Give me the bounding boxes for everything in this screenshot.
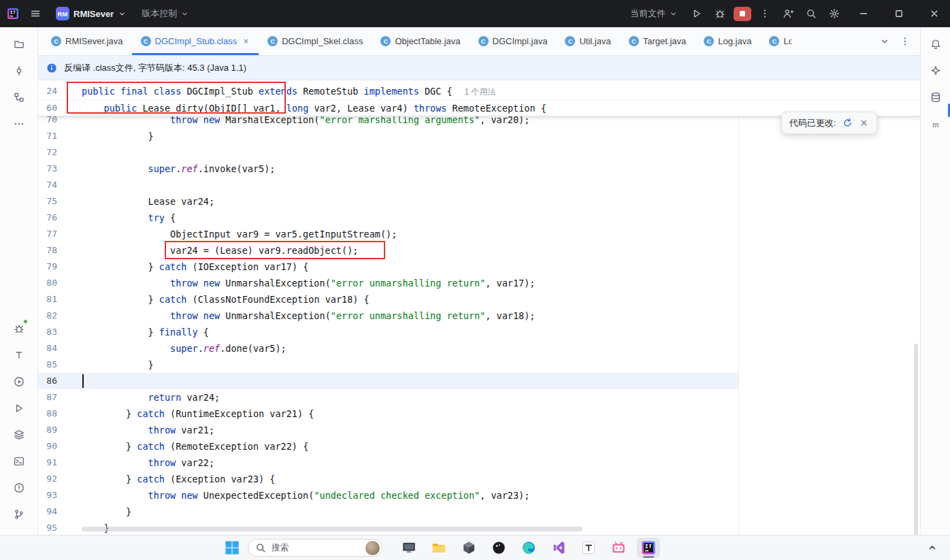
more-run-actions-button[interactable]: [755, 4, 774, 23]
intellij-idea-taskbar-button[interactable]: [637, 538, 660, 558]
code-line-24[interactable]: 24public final class DGCImpl_Stub extend…: [38, 83, 920, 99]
cube-app-taskbar-button[interactable]: [457, 538, 480, 558]
reload-classes-icon[interactable]: [842, 118, 853, 128]
usages-hint[interactable]: 1 个用法: [465, 87, 496, 97]
ball-app-taskbar-button[interactable]: [487, 538, 510, 558]
structure-button[interactable]: [7, 86, 31, 109]
code-line-76[interactable]: 76 try {: [38, 210, 920, 226]
horizontal-scrollbar[interactable]: [82, 527, 583, 531]
code-line-83[interactable]: 83 } finally {: [38, 324, 920, 340]
java-class-icon: C: [380, 36, 391, 46]
code-line-77[interactable]: 77 ObjectInput var9 = var5.getInputStrea…: [38, 226, 920, 242]
popup-label: 代码已更改:: [789, 117, 836, 129]
code-line-88[interactable]: 88 } catch (RuntimeException var21) {: [38, 406, 920, 422]
code-with-me-button[interactable]: [779, 4, 798, 23]
main-content: CRMISever.javaCDGCImpl_Stub.classCDGCImp…: [38, 27, 920, 535]
edge-browser-taskbar-button[interactable]: [517, 538, 540, 558]
line-number: 84: [38, 340, 57, 357]
services-button[interactable]: [7, 370, 31, 393]
code-line-78[interactable]: 78 var24 = (Lease) var9.readObject();: [38, 242, 920, 259]
decompile-banner: 反编译 .class文件, 字节码版本: 45.3 (Java 1.1): [38, 56, 920, 80]
code-line-82[interactable]: 82 throw new UnmarshalException("error u…: [38, 308, 920, 324]
version-control-button[interactable]: [7, 503, 31, 526]
line-number: 95: [38, 520, 57, 535]
code-line-81[interactable]: 81 } catch (ClassNotFoundException var18…: [38, 291, 920, 308]
code-line-86[interactable]: 86: [38, 373, 920, 389]
todo-button[interactable]: [7, 344, 31, 367]
tab-dgcimpl-java[interactable]: CDGCImpl.java: [470, 27, 557, 55]
java-class-icon: C: [769, 36, 779, 46]
notifications-button[interactable]: [924, 33, 947, 56]
tray-expand-button[interactable]: [927, 536, 938, 560]
tab-rmisever-java[interactable]: CRMISever.java: [42, 27, 132, 55]
tab-lo[interactable]: CLo: [760, 27, 791, 55]
close-button[interactable]: [919, 0, 950, 27]
tab-options-icon[interactable]: [900, 36, 911, 47]
line-text: } catch (IOException var17) {: [82, 259, 308, 275]
minimize-button[interactable]: [848, 0, 879, 27]
hidden-tabs-icon[interactable]: [879, 36, 890, 47]
code-line-74[interactable]: 74: [38, 177, 920, 193]
database-button[interactable]: [924, 86, 947, 109]
tab-dgcimpl-skel-class[interactable]: CDGCImpl_Skel.class: [259, 27, 372, 55]
vertical-scrollbar[interactable]: [914, 344, 918, 535]
code-line-84[interactable]: 84 super.ref.done(var5);: [38, 340, 920, 357]
run-config-selector[interactable]: 当前文件: [625, 5, 683, 22]
line-text: super.ref.done(var5);: [82, 340, 286, 357]
run-button[interactable]: [7, 397, 31, 420]
vcs-widget[interactable]: 版本控制: [137, 5, 193, 22]
system-app-taskbar-button[interactable]: [397, 538, 421, 558]
tab-util-java[interactable]: CUtil.java: [556, 27, 619, 55]
popup-close-icon[interactable]: [859, 118, 869, 128]
tab-dgcimpl-stub-class[interactable]: CDGCImpl_Stub.class: [132, 27, 259, 55]
dependencies-button[interactable]: [7, 423, 31, 446]
code-line-93[interactable]: 93 throw new UnexpectedException("undecl…: [38, 487, 920, 504]
line-text: super.ref.invoke(var5);: [82, 161, 276, 177]
visual-studio-taskbar-button[interactable]: [547, 538, 570, 558]
tab-label: RMISever.java: [65, 36, 123, 46]
code-line-75[interactable]: 75 Lease var24;: [38, 193, 920, 210]
tab-close-icon[interactable]: [242, 37, 250, 45]
debug-button[interactable]: [7, 317, 31, 340]
code-line-90[interactable]: 90 } catch (RemoteException var22) {: [38, 438, 920, 455]
line-text: throw new UnmarshalException("error unma…: [82, 308, 536, 324]
tab-objecttable-java[interactable]: CObjectTable.java: [372, 27, 469, 55]
tab-target-java[interactable]: CTarget.java: [620, 27, 695, 55]
code-line-94[interactable]: 94 }: [38, 504, 920, 520]
chevron-up-icon: [927, 542, 938, 553]
settings-button[interactable]: [825, 4, 844, 23]
project-widget[interactable]: RM RMISever: [52, 5, 131, 22]
code-line-87[interactable]: 87 return var24;: [38, 389, 920, 406]
project-button[interactable]: [7, 33, 31, 56]
more-tool-windows-button[interactable]: [7, 112, 31, 135]
tab-log-java[interactable]: CLog.java: [695, 27, 760, 55]
problems-button[interactable]: [7, 476, 31, 499]
code-line-85[interactable]: 85 }: [38, 357, 920, 373]
maximize-button[interactable]: [883, 0, 915, 27]
main-menu-button[interactable]: [26, 4, 45, 23]
code-line-79[interactable]: 79 } catch (IOException var17) {: [38, 259, 920, 275]
maven-button[interactable]: m: [924, 112, 947, 135]
file-explorer-taskbar-button[interactable]: [427, 538, 451, 558]
terminal-button[interactable]: [7, 450, 31, 473]
commit-button[interactable]: [7, 59, 31, 82]
code-line-92[interactable]: 92 } catch (Exception var23) {: [38, 471, 920, 487]
ai-assistant-button[interactable]: [924, 59, 947, 82]
code-line-72[interactable]: 72: [38, 144, 920, 161]
code-line-91[interactable]: 91 throw var22;: [38, 455, 920, 471]
run-button[interactable]: [687, 4, 706, 23]
search-everywhere-button[interactable]: [802, 4, 821, 23]
start-button[interactable]: [220, 538, 244, 558]
code-line-73[interactable]: 73 super.ref.invoke(var5);: [38, 161, 920, 177]
editor[interactable]: 70 throw new MarshalException("error mar…: [38, 80, 920, 535]
java-class-icon: C: [51, 36, 61, 46]
code-line-89[interactable]: 89 throw var21;: [38, 422, 920, 438]
typora-taskbar-button[interactable]: [577, 538, 600, 558]
code-line-80[interactable]: 80 throw new UnmarshalException("error u…: [38, 275, 920, 291]
debug-button[interactable]: [710, 4, 730, 23]
bug-icon: [14, 323, 24, 334]
stop-button[interactable]: [734, 7, 751, 21]
taskbar-search[interactable]: 搜索: [248, 539, 382, 557]
java-class-icon: C: [565, 36, 575, 46]
bilibili-taskbar-button[interactable]: [607, 538, 630, 558]
